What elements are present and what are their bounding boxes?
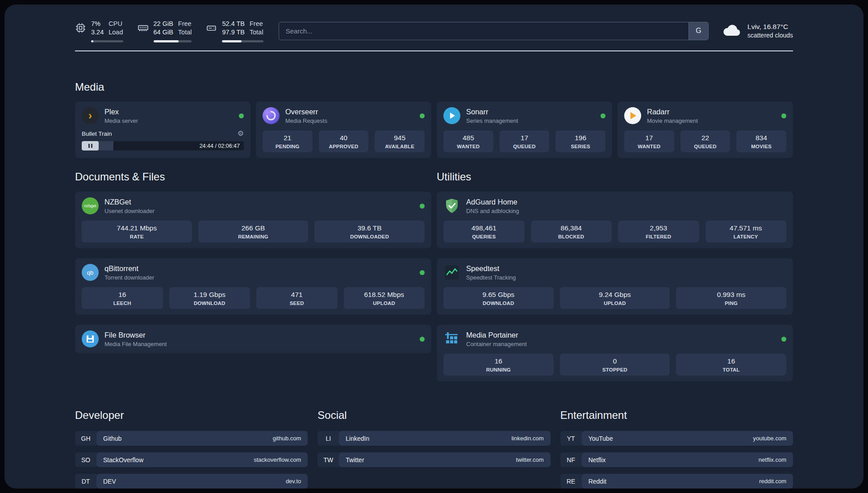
overseerr-card-head[interactable]: Overseerr Media Requests: [263, 107, 425, 124]
bookmark-url: github.com: [273, 435, 301, 442]
status-dot: [420, 270, 425, 275]
stat-box: 1.19 Gbps DOWNLOAD: [169, 287, 250, 309]
nzbget-icon: nzbget: [82, 197, 99, 214]
app-name: qBittorrent: [104, 264, 154, 273]
app-subtitle: DNS and adblocking: [466, 208, 519, 214]
app-name: Speedtest: [466, 264, 516, 273]
bookmark-youtube[interactable]: YT YouTube youtube.com: [560, 431, 793, 446]
bookmark-abbr: LI: [317, 431, 339, 446]
speedtest-icon: [443, 264, 460, 281]
stat-box: 266 GB REMAINING: [198, 221, 309, 242]
plex-icon: ›: [82, 107, 99, 124]
qbittorrent-card-head[interactable]: qb qBittorrent Torrent downloader: [82, 264, 425, 281]
nzbget-card-head[interactable]: nzbget NZBGet Usenet downloader: [82, 197, 425, 214]
bookmark-name: Reddit: [588, 478, 606, 485]
stat-box: 9.65 Gbps DOWNLOAD: [443, 287, 554, 309]
bookmark-name: Twitter: [346, 456, 364, 464]
adguard-card-head[interactable]: AdGuard Home DNS and adblocking: [443, 197, 786, 214]
ram-label: Free: [178, 20, 192, 28]
sonarr-card: Sonarr Series management 485 WANTED 17 Q…: [437, 101, 612, 158]
bookmark-abbr: TW: [317, 452, 339, 467]
qbittorrent-icon: qb: [82, 264, 99, 281]
cpu-percent: 7%: [91, 20, 104, 28]
pause-icon[interactable]: [82, 141, 99, 150]
stat-box: 945 AVAILABLE: [375, 130, 425, 152]
cpu-label2: Load: [108, 28, 123, 37]
bookmark-github[interactable]: GH Github github.com: [75, 431, 308, 446]
entertainment-section-title: Entertainment: [560, 409, 793, 422]
top-bar: 7% 3.24 CPU Load: [75, 20, 793, 42]
search-engine-button[interactable]: G: [689, 22, 708, 40]
media-section: Media › Plex Media server Bullet Train ⚙: [75, 81, 793, 159]
bookmark-url: youtube.com: [753, 435, 786, 442]
plex-card: › Plex Media server Bullet Train ⚙ 24:44…: [75, 101, 250, 158]
sonarr-card-head[interactable]: Sonarr Series management: [443, 107, 605, 124]
search-input[interactable]: [279, 22, 689, 40]
adguard-card: AdGuard Home DNS and adblocking 498,461 …: [437, 192, 793, 248]
status-dot: [601, 113, 605, 118]
entertainment-bookmarks: Entertainment YT YouTube youtube.com NF …: [560, 409, 793, 489]
disk-progress-bar: [222, 40, 263, 42]
bookmark-abbr: YT: [560, 431, 582, 446]
plex-card-head[interactable]: › Plex Media server: [82, 107, 244, 124]
ram-total: 64 GiB: [154, 28, 173, 37]
bookmark-name: Netflix: [588, 456, 606, 464]
status-dot: [420, 204, 425, 209]
overseerr-card: Overseerr Media Requests 21 PENDING 40 A…: [256, 101, 431, 158]
app-subtitle: Torrent downloader: [104, 274, 154, 281]
bookmark-url: linkedin.com: [511, 435, 543, 442]
status-dot: [420, 113, 425, 118]
stat-box: 471 SEED: [256, 287, 338, 309]
cpu-progress-bar: [91, 40, 123, 42]
speedtest-card-head[interactable]: Speedtest Speedtest Tracking: [443, 264, 786, 281]
bookmark-dev[interactable]: DT DEV dev.to: [75, 474, 308, 489]
app-name: AdGuard Home: [466, 198, 519, 206]
portainer-icon: [443, 330, 460, 347]
header-divider: [75, 50, 793, 51]
stat-box: 17 QUEUED: [500, 130, 550, 152]
nzbget-card: nzbget NZBGet Usenet downloader 744.21 M…: [75, 192, 431, 248]
bookmark-reddit[interactable]: RE Reddit reddit.com: [560, 474, 793, 489]
stat-box: 16 RUNNING: [443, 354, 554, 376]
stat-box: 834 MOVIES: [736, 130, 786, 152]
radarr-card: Radarr Movie management 17 WANTED 22 QUE…: [618, 101, 793, 158]
stat-box: 0.993 ms PING: [676, 287, 786, 309]
bookmark-linkedin[interactable]: LI LinkedIn linkedin.com: [317, 431, 550, 446]
bookmark-name: LinkedIn: [346, 435, 369, 442]
status-dot: [781, 113, 786, 118]
stat-box: 498,461 QUERIES: [443, 221, 525, 242]
bookmark-url: dev.to: [286, 478, 301, 485]
stat-box: 618.52 Mbps UPLOAD: [344, 287, 425, 309]
ram-free: 22 GiB: [154, 20, 173, 28]
bookmark-netflix[interactable]: NF Netflix netflix.com: [560, 452, 793, 467]
developer-bookmarks: Developer GH Github github.com SO StackO…: [75, 409, 308, 489]
plex-progress-bar[interactable]: 24:44 / 02:06:47: [82, 141, 244, 150]
disk-widget: 52.4 TB 97.9 TB Free Total: [206, 20, 263, 42]
cpu-load-value: 3.24: [91, 28, 104, 37]
bookmark-url: twitter.com: [516, 456, 544, 463]
app-subtitle: Movie management: [647, 117, 698, 124]
utilities-section-title: Utilities: [437, 171, 793, 184]
app-name: Sonarr: [466, 108, 518, 116]
bookmark-stackoverflow[interactable]: SO StackOverflow stackoverflow.com: [75, 452, 308, 467]
portainer-card-head[interactable]: Media Portainer Container management: [443, 330, 786, 347]
app-subtitle: Series management: [466, 117, 518, 124]
utilities-section: Utilities AdGuard Home DNS and adblockin…: [437, 171, 793, 381]
bookmark-name: DEV: [103, 478, 116, 485]
app-subtitle: Container management: [466, 341, 527, 347]
stat-box: 47.571 ms LATENCY: [705, 221, 787, 242]
svg-text:nzbget: nzbget: [84, 204, 96, 208]
filebrowser-card: File Browser Media File Management: [75, 325, 431, 353]
bookmark-url: stackoverflow.com: [254, 456, 301, 463]
social-section-title: Social: [317, 409, 550, 422]
app-subtitle: Speedtest Tracking: [466, 274, 516, 281]
radarr-card-head[interactable]: Radarr Movie management: [624, 107, 786, 124]
now-playing-title: Bullet Train: [82, 130, 112, 137]
weather-widget: Lviv, 16.87°C scattered clouds: [722, 23, 793, 39]
gear-icon[interactable]: ⚙: [238, 130, 244, 137]
stat-box: 39.6 TB DOWNLOADED: [314, 221, 425, 242]
filebrowser-card-head[interactable]: File Browser Media File Management: [82, 330, 425, 347]
bookmark-twitter[interactable]: TW Twitter twitter.com: [317, 452, 550, 467]
sonarr-icon: [443, 107, 460, 124]
search-bar: G: [279, 22, 709, 40]
